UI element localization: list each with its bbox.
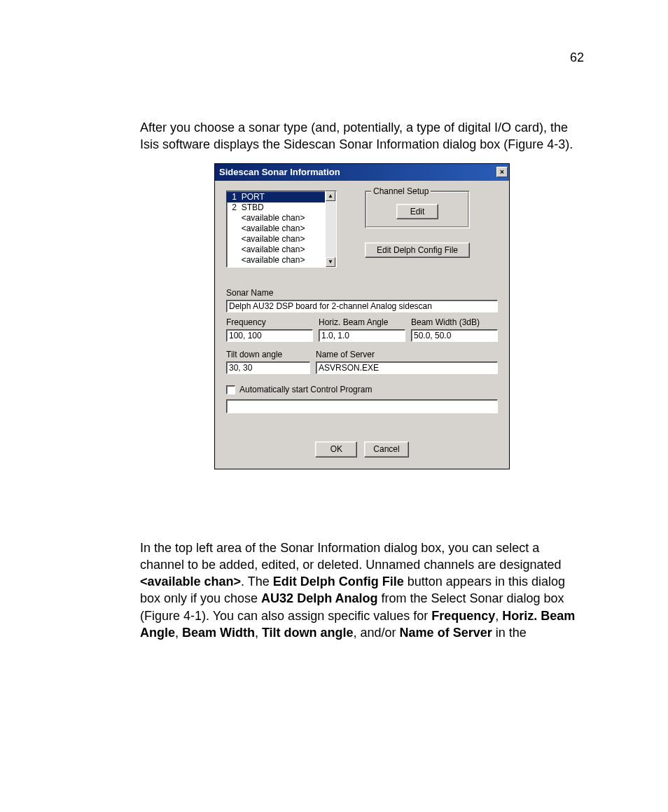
control-program-path-input[interactable]: [226, 399, 498, 413]
scroll-up-icon[interactable]: ▲: [326, 191, 335, 201]
auto-start-label: Automatically start Control Program: [239, 384, 372, 395]
text-bold-name-of-server: Name of Server: [400, 626, 492, 640]
text: In the top left area of the Sonar Inform…: [140, 541, 561, 572]
auto-start-row: Automatically start Control Program: [226, 384, 498, 395]
intro-paragraph: After you choose a sonar type (and, pote…: [140, 119, 584, 153]
sonar-name-field: Sonar Name Delph AU32 DSP board for 2-ch…: [226, 287, 498, 312]
frequency-input[interactable]: 100, 100: [226, 329, 313, 342]
list-item[interactable]: 2 STBD: [227, 202, 325, 213]
horiz-beam-angle-field: Horiz. Beam Angle 1.0, 1.0: [319, 317, 405, 342]
list-item[interactable]: <available chan>: [227, 213, 325, 223]
text: ,: [175, 626, 182, 640]
list-item[interactable]: <available chan>: [227, 245, 325, 255]
listbox-scrollbar[interactable]: ▲ ▼: [326, 191, 337, 268]
channel-setup-legend: Channel Setup: [371, 186, 431, 197]
figure-wrapper: Sidescan Sonar Information × 1 PORT 2 ST…: [140, 163, 584, 469]
list-item[interactable]: 1 PORT: [227, 192, 325, 202]
dialog-top-right: Channel Setup Edit Edit Delph Config Fil…: [365, 191, 498, 258]
dialog-top-row: 1 PORT 2 STBD <available chan> <availabl…: [226, 191, 498, 268]
text-bold-au32: AU32 Delph Analog: [261, 591, 377, 605]
channel-listbox-wrap: 1 PORT 2 STBD <available chan> <availabl…: [226, 191, 337, 268]
row-tilt-server: Tilt down angle 30, 30 Name of Server AS…: [226, 349, 498, 374]
name-of-server-input[interactable]: ASVRSON.EXE: [316, 362, 498, 374]
auto-start-checkbox[interactable]: [226, 385, 235, 394]
text: . The: [241, 574, 273, 589]
after-paragraph: In the top left area of the Sonar Inform…: [140, 539, 584, 642]
tilt-down-angle-input[interactable]: 30, 30: [226, 362, 310, 374]
horiz-beam-angle-label: Horiz. Beam Angle: [319, 317, 405, 328]
text-bold-edit-delph: Edit Delph Config File: [273, 574, 404, 589]
row-freq-beam: Frequency 100, 100 Horiz. Beam Angle 1.0…: [226, 317, 498, 342]
beam-width-label: Beam Width (3dB): [411, 317, 498, 328]
beam-width-field: Beam Width (3dB) 50.0, 50.0: [411, 317, 498, 342]
text-bold-beam-width: Beam Width: [182, 626, 255, 640]
channel-setup-group: Channel Setup Edit: [365, 191, 470, 228]
edit-button[interactable]: Edit: [396, 204, 438, 219]
beam-width-input[interactable]: 50.0, 50.0: [411, 329, 498, 342]
horiz-beam-angle-input[interactable]: 1.0, 1.0: [319, 329, 405, 342]
scroll-down-icon[interactable]: ▼: [326, 257, 335, 267]
dialog-button-row: OK Cancel: [226, 441, 498, 457]
text: ,: [255, 626, 262, 640]
text-bold-tilt-down-angle: Tilt down angle: [262, 626, 354, 640]
name-of-server-field: Name of Server ASVRSON.EXE: [316, 349, 498, 374]
sonar-name-label: Sonar Name: [226, 287, 498, 298]
dialog-body: 1 PORT 2 STBD <available chan> <availabl…: [215, 181, 509, 469]
list-item[interactable]: <available chan>: [227, 234, 325, 245]
page-number: 62: [570, 49, 584, 66]
sonar-name-input[interactable]: Delph AU32 DSP board for 2-channel Analo…: [226, 300, 498, 312]
frequency-label: Frequency: [226, 317, 313, 328]
text: in the: [492, 626, 527, 640]
close-icon[interactable]: ×: [496, 167, 508, 177]
list-item[interactable]: <available chan>: [227, 255, 325, 266]
ok-button[interactable]: OK: [315, 441, 357, 457]
cancel-button[interactable]: Cancel: [364, 441, 408, 457]
document-page: 62 After you choose a sonar type (and, p…: [0, 0, 668, 812]
channel-listbox[interactable]: 1 PORT 2 STBD <available chan> <availabl…: [226, 191, 326, 268]
text: ,: [495, 609, 502, 623]
text-bold-frequency: Frequency: [431, 609, 495, 623]
text-bold-available-chan: <available chan>: [140, 574, 241, 589]
text: , and/or: [354, 626, 400, 640]
name-of-server-label: Name of Server: [316, 349, 498, 360]
tilt-down-angle-label: Tilt down angle: [226, 349, 310, 360]
sidescan-dialog: Sidescan Sonar Information × 1 PORT 2 ST…: [214, 163, 510, 469]
frequency-field: Frequency 100, 100: [226, 317, 313, 342]
dialog-titlebar[interactable]: Sidescan Sonar Information ×: [215, 164, 509, 181]
edit-delph-config-button[interactable]: Edit Delph Config File: [365, 242, 470, 258]
tilt-down-angle-field: Tilt down angle 30, 30: [226, 349, 310, 374]
list-item[interactable]: <available chan>: [227, 223, 325, 234]
dialog-title: Sidescan Sonar Information: [219, 166, 340, 179]
